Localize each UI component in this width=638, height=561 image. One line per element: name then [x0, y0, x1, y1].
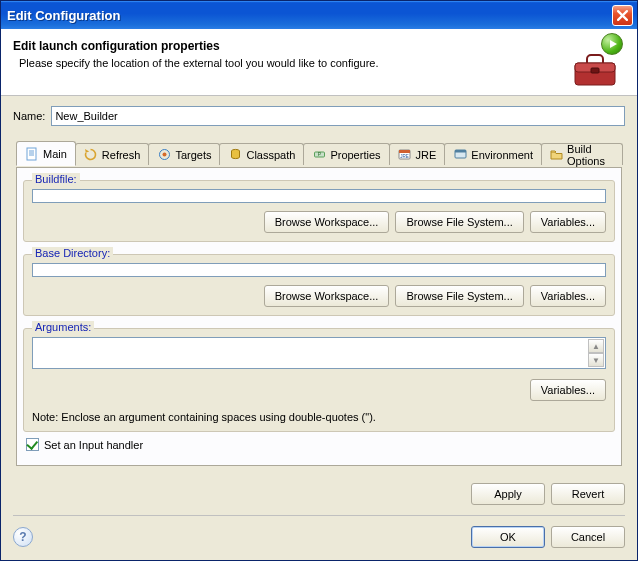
basedir-group: Base Directory: Browse Workspace... Brow… — [23, 254, 615, 316]
tab-jre-label: JRE — [416, 149, 437, 161]
banner: Edit launch configuration properties Ple… — [1, 29, 637, 96]
tab-build-options[interactable]: Build Options — [541, 143, 623, 165]
arguments-group: Arguments: ▲ ▼ Variables... Note: — [23, 328, 615, 432]
tab-refresh-label: Refresh — [102, 149, 141, 161]
name-input[interactable] — [51, 106, 625, 126]
arguments-input[interactable] — [32, 337, 606, 369]
svg-rect-13 — [399, 150, 410, 153]
titlebar: Edit Configuration — [1, 1, 637, 29]
banner-description: Please specify the location of the exter… — [19, 57, 573, 69]
svg-rect-16 — [455, 150, 466, 153]
scroll-up-icon[interactable]: ▲ — [588, 339, 604, 353]
cancel-button[interactable]: Cancel — [551, 526, 625, 548]
content-area: Name: Main Refresh Targets — [1, 96, 637, 475]
basedir-title: Base Directory: — [32, 247, 113, 259]
banner-text: Edit launch configuration properties Ple… — [13, 39, 573, 69]
buildfile-title: Buildfile: — [32, 173, 80, 185]
name-label: Name: — [13, 110, 45, 122]
tab-main-label: Main — [43, 148, 67, 160]
svg-text:JRE: JRE — [400, 154, 409, 159]
basedir-variables-button[interactable]: Variables... — [530, 285, 606, 307]
tabstrip: Main Refresh Targets Classpath — [16, 141, 622, 164]
close-button[interactable] — [612, 5, 633, 26]
svg-rect-2 — [591, 68, 599, 73]
dialog-window: Edit Configuration Edit launch configura… — [0, 0, 638, 561]
close-icon — [617, 10, 628, 21]
input-handler-label: Set an Input handler — [44, 439, 143, 451]
target-icon — [157, 148, 171, 162]
folder-icon — [550, 148, 563, 162]
banner-heading: Edit launch configuration properties — [13, 39, 573, 53]
help-icon: ? — [19, 530, 26, 544]
env-icon — [453, 148, 467, 162]
input-handler-checkbox[interactable] — [26, 438, 39, 451]
apply-revert-row: Apply Revert — [1, 475, 637, 509]
tab-build-options-label: Build Options — [567, 143, 614, 167]
tab-container: Buildfile: Browse Workspace... Browse Fi… — [13, 168, 625, 469]
buildfile-variables-button[interactable]: Variables... — [530, 211, 606, 233]
arguments-title: Arguments: — [32, 321, 94, 333]
basedir-browse-filesystem-button[interactable]: Browse File System... — [395, 285, 523, 307]
tab-classpath[interactable]: Classpath — [219, 143, 304, 165]
textarea-scrollbar[interactable]: ▲ ▼ — [588, 339, 604, 367]
name-row: Name: — [13, 106, 625, 126]
buildfile-group: Buildfile: Browse Workspace... Browse Fi… — [23, 180, 615, 242]
buildfile-browse-filesystem-button[interactable]: Browse File System... — [395, 211, 523, 233]
svg-rect-3 — [27, 148, 36, 160]
scroll-down-icon[interactable]: ▼ — [588, 353, 604, 367]
input-handler-row: Set an Input handler — [26, 438, 615, 451]
tab-jre[interactable]: JRE JRE — [389, 143, 446, 165]
apply-button[interactable]: Apply — [471, 483, 545, 505]
help-button[interactable]: ? — [13, 527, 33, 547]
arguments-variables-button[interactable]: Variables... — [530, 379, 606, 401]
tab-targets[interactable]: Targets — [148, 143, 220, 165]
tab-properties-label: Properties — [330, 149, 380, 161]
jar-icon — [228, 148, 242, 162]
refresh-icon — [84, 148, 98, 162]
svg-point-8 — [162, 153, 166, 157]
tab-environment-label: Environment — [471, 149, 533, 161]
tab-classpath-label: Classpath — [246, 149, 295, 161]
banner-icon — [573, 39, 621, 87]
tab-page-main: Buildfile: Browse Workspace... Browse Fi… — [16, 167, 622, 466]
tab-refresh[interactable]: Refresh — [75, 143, 150, 165]
tag-icon: P — [312, 148, 326, 162]
doc-icon — [25, 147, 39, 161]
buildfile-browse-workspace-button[interactable]: Browse Workspace... — [264, 211, 390, 233]
tab-environment[interactable]: Environment — [444, 143, 542, 165]
tab-main[interactable]: Main — [16, 141, 76, 166]
run-icon — [601, 33, 623, 55]
basedir-browse-workspace-button[interactable]: Browse Workspace... — [264, 285, 390, 307]
window-title: Edit Configuration — [7, 8, 612, 23]
ok-button[interactable]: OK — [471, 526, 545, 548]
revert-button[interactable]: Revert — [551, 483, 625, 505]
arguments-note: Note: Enclose an argument containing spa… — [32, 411, 606, 423]
buildfile-input[interactable] — [32, 189, 606, 203]
footer: ? OK Cancel — [1, 516, 637, 560]
jre-icon: JRE — [398, 148, 412, 162]
basedir-input[interactable] — [32, 263, 606, 277]
toolbox-icon — [573, 51, 617, 87]
tab-properties[interactable]: P Properties — [303, 143, 389, 165]
tab-targets-label: Targets — [175, 149, 211, 161]
